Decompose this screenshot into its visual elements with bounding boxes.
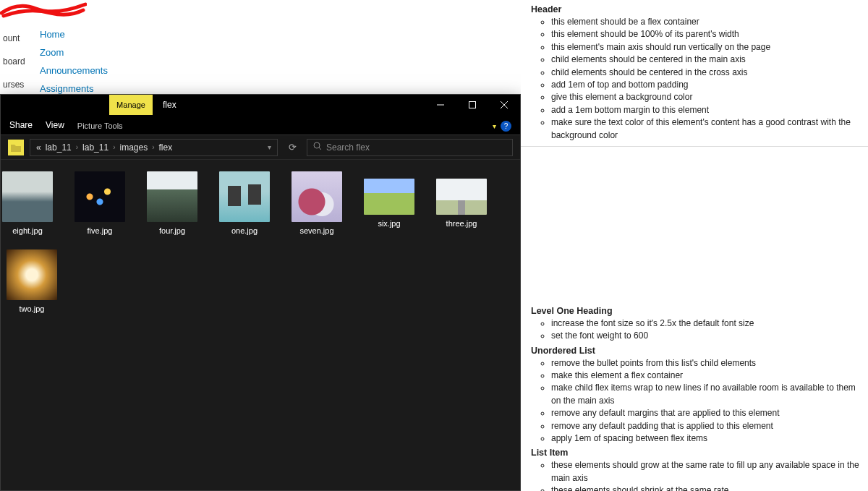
doc-list-item: remove any default padding that is appli…	[551, 420, 859, 432]
thumbnail	[436, 179, 487, 215]
doc-list-item: make this element a flex container	[551, 370, 859, 382]
svg-rect-1	[469, 102, 476, 108]
file-item[interactable]: three.jpg	[436, 171, 487, 235]
thumbnail	[219, 171, 270, 222]
doc-list: these elements should grow at the same r…	[531, 459, 859, 491]
thumbnail	[364, 179, 414, 215]
doc-list-item: child elements should be centered in the…	[551, 54, 859, 66]
doc-list-item: make child flex items wrap to new lines …	[551, 382, 859, 407]
window-title: flex	[153, 95, 187, 115]
file-name: five.jpg	[88, 226, 113, 235]
chevron-right-icon: ›	[113, 143, 115, 151]
address-bar-row: «lab_11›lab_11›images›flex▾ ⟳ Search fle…	[1, 135, 520, 160]
svg-line-5	[319, 148, 321, 150]
search-input[interactable]: Search flex	[307, 139, 513, 156]
maximize-button[interactable]	[456, 95, 488, 115]
ribbon: Share View Picture Tools ▾ ?	[1, 115, 520, 135]
file-item[interactable]: five.jpg	[75, 171, 125, 235]
ribbon-tab-view[interactable]: View	[46, 120, 64, 135]
folder-icon[interactable]	[8, 140, 24, 155]
doc-list-item: make sure the text color of this element…	[551, 116, 859, 142]
nav-zoom[interactable]: Zoom	[40, 47, 108, 58]
titlebar[interactable]: Manage flex	[1, 95, 520, 115]
breadcrumb[interactable]: «lab_11›lab_11›images›flex▾	[30, 139, 278, 156]
doc-list-item: add 1em of top and bottom padding	[551, 79, 859, 91]
doc-heading: Header	[531, 4, 859, 14]
file-item[interactable]: one.jpg	[219, 171, 270, 235]
doc-list-item: this element should be a flex container	[551, 16, 859, 28]
doc-list-item: child elements should be centered in the…	[551, 67, 859, 79]
file-name: seven.jpg	[299, 226, 333, 235]
ribbon-tab-share[interactable]: Share	[9, 120, 33, 135]
doc-list-item: add a 1em bottom margin to this element	[551, 104, 859, 116]
file-item[interactable]: eight.jpg	[2, 171, 53, 235]
file-item[interactable]: six.jpg	[364, 171, 414, 235]
nav-announcements[interactable]: Announcements	[40, 65, 108, 76]
doc-heading: Unordered List	[531, 346, 859, 356]
file-name: eight.jpg	[12, 226, 43, 235]
doc-list: increase the font size so it's 2.5x the …	[531, 317, 859, 343]
refresh-button[interactable]: ⟳	[284, 142, 301, 153]
thumbnail	[292, 171, 342, 222]
doc-list-item: increase the font size so it's 2.5x the …	[551, 317, 859, 330]
file-item[interactable]: four.jpg	[147, 171, 197, 235]
breadcrumb-segment[interactable]: lab_11	[46, 142, 72, 153]
course-nav: Home Zoom Announcements Assignments	[40, 29, 108, 94]
search-placeholder: Search flex	[326, 142, 370, 153]
breadcrumb-segment[interactable]: images	[119, 142, 148, 153]
file-name: two.jpg	[20, 304, 45, 313]
doc-list: this element should be a flex containert…	[531, 16, 859, 142]
sidebar-label: board	[0, 52, 25, 71]
doc-list-item: apply 1em of spacing between flex items	[551, 432, 859, 445]
doc-list-item: remove any default margins that are appl…	[551, 407, 859, 419]
chevron-down-icon[interactable]: ▾	[268, 143, 271, 151]
doc-list-item: this element's main axis should run vert…	[551, 41, 859, 54]
doc-list-item: these elements should grow at the same r…	[551, 459, 859, 484]
file-name: six.jpg	[378, 219, 400, 228]
doc-list-item: these elements should shrink at the same…	[551, 484, 859, 491]
ribbon-chevron-icon[interactable]: ▾	[493, 122, 496, 130]
ribbon-tab-picture-tools[interactable]: Picture Tools	[77, 121, 123, 135]
sidebar-label: ount	[0, 29, 25, 48]
file-item[interactable]: seven.jpg	[292, 171, 342, 235]
redaction-scribble	[0, 0, 87, 22]
doc-list: remove the bullet points from this list'…	[531, 357, 859, 445]
file-name: one.jpg	[231, 226, 258, 235]
doc-heading: Level One Heading	[531, 306, 859, 316]
nav-home[interactable]: Home	[40, 29, 108, 40]
ribbon-context-tab[interactable]: Manage	[109, 95, 153, 115]
thumbnail	[2, 171, 53, 222]
help-icon[interactable]: ?	[501, 121, 511, 132]
sidebar-label: urses	[0, 75, 25, 94]
doc-list-item: give this element a background color	[551, 91, 859, 103]
chevron-right-icon: ›	[76, 143, 78, 151]
chevron-right-icon: ›	[152, 143, 154, 151]
file-item[interactable]: two.jpg	[7, 249, 57, 313]
doc-list-item: set the font weight to 600	[551, 330, 859, 342]
sidebar-fragment: ount board urses	[0, 29, 25, 94]
doc-list-item: this element should be 100% of its paren…	[551, 28, 859, 40]
minimize-button[interactable]	[425, 95, 456, 115]
file-grid[interactable]: eight.jpgfive.jpgfour.jpgone.jpgseven.jp…	[1, 160, 520, 490]
breadcrumb-prefix: «	[36, 142, 41, 153]
instructions-document: Headerthis element should be a flex cont…	[521, 0, 868, 491]
thumbnail	[7, 249, 57, 300]
svg-point-4	[314, 142, 320, 148]
doc-heading: List Item	[531, 448, 859, 458]
thumbnail	[75, 171, 125, 222]
file-name: three.jpg	[446, 219, 477, 228]
breadcrumb-segment[interactable]: lab_11	[82, 142, 109, 153]
close-button[interactable]	[488, 95, 520, 115]
file-name: four.jpg	[159, 226, 185, 235]
search-icon	[313, 142, 322, 153]
thumbnail	[147, 171, 197, 222]
spacer	[531, 147, 859, 306]
breadcrumb-segment[interactable]: flex	[159, 142, 173, 153]
nav-assignments[interactable]: Assignments	[40, 83, 108, 94]
file-explorer-window: Manage flex Share View Picture Tools ▾ ?…	[0, 94, 521, 491]
doc-list-item: remove the bullet points from this list'…	[551, 357, 859, 370]
